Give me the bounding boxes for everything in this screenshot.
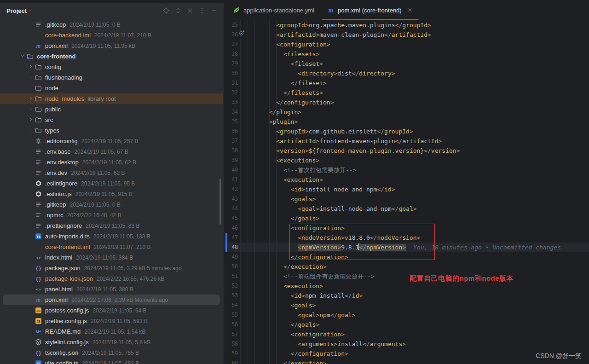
chevron-down-icon[interactable] [18, 53, 27, 60]
code-line[interactable]: 43 <goals> [225, 194, 589, 204]
maven-override-icon[interactable] [239, 30, 245, 37]
tree-item-meta: 2024/2/19 11:07, 210 B [94, 244, 151, 250]
locate-icon[interactable] [162, 7, 170, 14]
tree-item[interactable]: node [0, 83, 223, 93]
code-line[interactable]: 50 </execution> [225, 262, 589, 272]
code-line[interactable]: 59 </configuration> [225, 349, 589, 358]
tree-item[interactable]: MREADME.md2024/2/19 11:05, 1.54 kB [0, 326, 223, 337]
code-line[interactable]: 58 <arguments>install</arguments> [225, 339, 589, 349]
tree-item[interactable]: public [0, 104, 223, 115]
project-view-switcher[interactable]: Project [6, 7, 34, 14]
spring-icon [233, 6, 240, 14]
chevron-spacer [27, 201, 35, 208]
hide-icon[interactable] [210, 7, 218, 14]
tree-item[interactable]: .env.desktop2024/2/19 11:05, 62 B [0, 157, 223, 168]
code-line[interactable]: 31 </fileset> [225, 78, 589, 88]
tree-item[interactable]: .prettierignore2024/2/19 11:05, 83 B [0, 220, 223, 231]
chevron-right-icon[interactable] [27, 74, 35, 81]
tree-item[interactable]: JSprettier.config.js2024/2/19 11:05, 593… [0, 316, 223, 326]
tree-item[interactable]: core-frontend.iml2024/2/19 11:07, 210 B [0, 242, 223, 252]
code-editor[interactable]: 25 <groupId>org.apache.maven.plugins</gr… [225, 20, 589, 364]
code-line[interactable]: 42 <id>install node and npm</id> [225, 185, 589, 194]
tree-item[interactable]: .gitkeep2024/2/19 11:05, 0 B [0, 19, 223, 30]
code-line[interactable]: 51 <!--前端组件有更新需要放开--> [225, 272, 589, 281]
chevron-right-icon[interactable] [27, 64, 35, 71]
code-line[interactable]: 33 </configuration> [225, 98, 589, 107]
code-line[interactable]: 45 </goals> [225, 214, 589, 223]
code-line[interactable]: 32 </filesets> [225, 88, 589, 98]
chevron-right-icon[interactable] [27, 95, 35, 103]
code-line[interactable]: 53 <id>npm install</id> [225, 291, 589, 300]
tree-item[interactable]: types [0, 125, 223, 136]
chevron-spacer [27, 180, 35, 187]
tree-item[interactable]: .env.base2024/2/19 11:05, 67 B [0, 146, 223, 157]
tree-item[interactable]: TSvite.config.ts2024/2/19 11:05, 492 B [0, 358, 223, 364]
tree-item[interactable]: .gitkeep2024/2/19 11:05, 0 B [0, 199, 223, 210]
code-line[interactable]: 54 <goals> [225, 300, 589, 310]
tree-item[interactable]: {}package-lock.json2024/2/22 16:55, 476.… [0, 273, 223, 284]
line-number: 58 [225, 339, 238, 349]
ts-file-icon: TS [35, 233, 43, 240]
tree-item[interactable]: <>panel.html2024/2/19 11:05, 380 B [0, 284, 223, 295]
tree-item[interactable]: mpom.xml2024/2/22 17:06, 2.39 kB Moments… [0, 295, 223, 305]
chevron-right-icon[interactable] [27, 127, 35, 134]
code-line[interactable]: 57 <configuration> [225, 329, 589, 339]
tree-item[interactable]: src [0, 115, 223, 125]
line-number: 52 [225, 281, 238, 291]
tree-item[interactable]: {}tsconfig.json2024/2/19 11:05, 785 B [0, 347, 223, 358]
tree-item-name: core-frontend [37, 53, 76, 60]
code-line[interactable]: 28 <filesets> [225, 49, 589, 59]
tree-item[interactable]: {}package.json2024/2/19 11:05, 3.29 kB 5… [0, 263, 223, 273]
code-line[interactable]: 56 </goals> [225, 320, 589, 329]
code-line[interactable]: 26 <artifactId>maven-clean-plugin</artif… [225, 30, 589, 40]
panel-toolbar [162, 7, 218, 14]
tree-item[interactable]: .editorconfig2024/2/19 11:05, 257 B [0, 136, 223, 146]
expand-icon[interactable] [174, 7, 182, 14]
tree-item[interactable]: JSpostcss.config.js2024/2/19 11:05, 64 B [0, 305, 223, 316]
code-line[interactable]: 25 <groupId>org.apache.maven.plugins</gr… [225, 20, 589, 30]
code-line[interactable]: 39 <executions> [225, 156, 589, 165]
iml-file-icon [35, 243, 43, 251]
folder-icon [35, 116, 43, 124]
tree-item[interactable]: flushbonading [0, 72, 223, 83]
code-line[interactable]: 29 <fileset> [225, 59, 589, 69]
chevron-right-icon[interactable] [27, 116, 35, 124]
code-line[interactable]: 30 <directory>dist</directory> [225, 69, 589, 78]
tree-item[interactable]: .npmrc2024/2/22 16:48, 42 B [0, 210, 223, 220]
code-line[interactable]: 60 </execution> [225, 358, 589, 364]
tree-item[interactable]: .env.dev2024/2/19 11:05, 62 B [0, 168, 223, 178]
chevron-right-icon[interactable] [27, 106, 35, 113]
code-line[interactable]: 36 <groupId>com.github.eirslett</groupId… [225, 127, 589, 136]
code-text: </execution> [240, 262, 327, 272]
close-icon[interactable] [407, 7, 413, 13]
code-line[interactable]: 34 </plugin> [225, 107, 589, 117]
editor-tab[interactable]: application-standalone.yml [226, 0, 321, 20]
code-line[interactable]: 38 <version>${frontend-maven-plugin.vers… [225, 146, 589, 156]
code-line[interactable]: 27 <configuration> [225, 40, 589, 49]
code-line[interactable]: 41 <execution> [225, 175, 589, 185]
code-line[interactable]: 35 <plugin> [225, 117, 589, 127]
editor-tab[interactable]: mpom.xml (core-frontend) [321, 0, 420, 20]
text-file-icon [35, 201, 43, 208]
tree-item[interactable]: TSauto-imports.d.ts2024/2/19 11:05, 133 … [0, 231, 223, 242]
tree-item[interactable]: config [0, 62, 223, 72]
code-line[interactable]: 37 <artifactId>frontend-maven-plugin</ar… [225, 136, 589, 146]
code-line[interactable]: 40 <!--首次打包需要放开--> [225, 165, 589, 175]
code-line[interactable]: 55 <goal>npm</goal> [225, 310, 589, 320]
iml-file-icon [35, 32, 43, 39]
tree-item[interactable]: core-backend.iml2024/2/19 11:07, 210 B [0, 30, 223, 40]
collapse-all-icon[interactable] [186, 7, 194, 14]
tree-scrollbar[interactable] [219, 179, 221, 225]
tree-item[interactable]: .eslintrc.js2024/2/19 11:05, 915 B [0, 189, 223, 199]
code-line[interactable]: 52 <execution> [225, 281, 589, 291]
tree-item[interactable]: .eslintignore2024/2/19 11:05, 95 B [0, 178, 223, 189]
tree-item[interactable]: core-frontend [0, 51, 223, 62]
tree-item[interactable]: stylelint.config.js2024/2/19 11:05, 5.6 … [0, 337, 223, 347]
chevron-spacer [27, 233, 35, 240]
tree-item[interactable]: <>index.html2024/2/19 11:05, 384 B [0, 252, 223, 263]
code-line[interactable]: 44 <goal>install-node-and-npm</goal> [225, 204, 589, 214]
more-icon[interactable] [198, 7, 206, 14]
tree-item[interactable]: node_moduleslibrary root [0, 93, 223, 104]
tree-item[interactable]: mpom.xml2024/2/19 11:05, 11.95 kB [0, 40, 223, 51]
code-text: </filesets> [240, 88, 323, 98]
